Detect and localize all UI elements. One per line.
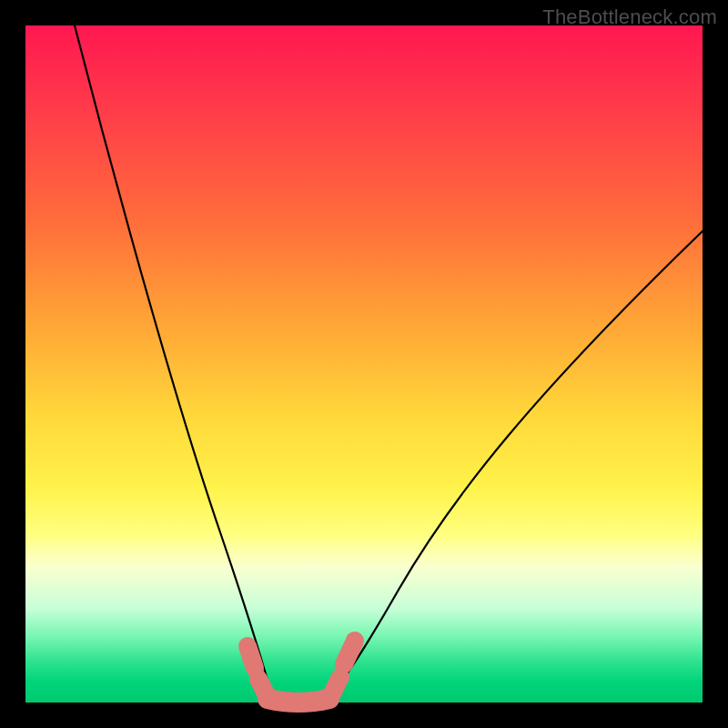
watermark-text: TheBottleneck.com	[542, 5, 717, 29]
worm-right-upper	[344, 641, 355, 664]
curve-layer	[25, 25, 703, 703]
plot-area	[25, 25, 703, 703]
outer-frame: TheBottleneck.com	[0, 0, 728, 728]
worm-left-lower	[258, 679, 268, 697]
worm-right-lower	[331, 677, 340, 695]
worm-floor	[268, 699, 329, 703]
curve-right-branch	[324, 231, 703, 701]
worm-left-upper	[248, 646, 255, 668]
curve-left-branch	[75, 25, 277, 701]
